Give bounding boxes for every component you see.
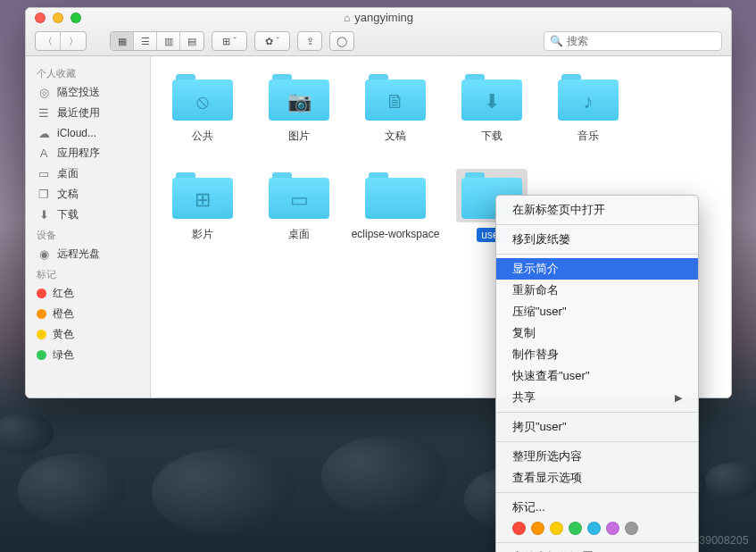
ctx-move-to-trash[interactable]: 移到废纸篓 — [496, 229, 698, 250]
folder-label: 公共 — [192, 130, 213, 142]
ctx-open-new-tab[interactable]: 在新标签页中打开 — [496, 199, 698, 221]
sidebar-item-label: iCloud... — [57, 127, 96, 139]
folder-label: 桌面 — [288, 228, 310, 240]
group-button[interactable]: ⊞ ˇ — [212, 32, 246, 50]
tags-button-seg: ◯ — [329, 31, 354, 51]
folder-item[interactable]: ⦸公共 — [154, 67, 251, 165]
share-button[interactable]: ⇪ — [298, 32, 321, 50]
action-button[interactable]: ✿ ˇ — [255, 32, 289, 50]
ctx-view-options[interactable]: 查看显示选项 — [496, 467, 698, 489]
ctx-tag-dot[interactable] — [531, 522, 544, 535]
gallery-view-button[interactable]: ▤ — [180, 32, 204, 50]
airdrop-icon: ◎ — [37, 86, 51, 100]
icloud-icon: ☁ — [37, 126, 51, 140]
sidebar-tag[interactable]: 绿色 — [26, 345, 150, 365]
sidebar-item-label: 黄色 — [53, 327, 74, 342]
sidebar-item-airdrop[interactable]: ◎隔空投送 — [26, 82, 150, 103]
sidebar-item-icloud[interactable]: ☁iCloud... — [26, 123, 150, 143]
sidebar-item-remote-disc[interactable]: ◉远程光盘 — [26, 244, 150, 264]
sidebar-item-label: 最近使用 — [57, 105, 100, 121]
folder-downloads-icon: ⬇ — [461, 74, 522, 121]
search-input[interactable] — [567, 35, 716, 47]
folder-public-icon: ⦸ — [172, 74, 233, 121]
tag-dot-icon — [37, 309, 46, 319]
sidebar-item-label: 下载 — [57, 207, 79, 222]
ctx-tag-row — [496, 518, 698, 539]
remote-disc-icon: ◉ — [37, 247, 51, 262]
folder-item[interactable]: ♪音乐 — [540, 67, 636, 165]
folder-item[interactable]: 🗎文稿 — [347, 67, 444, 165]
folder-item[interactable]: ⊞影片 — [154, 165, 251, 263]
folder-desktop-icon: ▭ — [269, 172, 329, 219]
applications-icon: A — [37, 146, 51, 161]
ctx-tag-dot[interactable] — [550, 522, 563, 535]
tag-dot-icon — [37, 289, 46, 298]
titlebar: ⌂ yangyiming 〈 〉 ▦ ☰ ▥ ▤ ⊞ ˇ ✿ ˇ — [26, 8, 731, 56]
close-button[interactable] — [35, 13, 46, 23]
minimize-button[interactable] — [53, 13, 63, 23]
back-button[interactable]: 〈 — [36, 32, 61, 50]
sidebar-item-downloads[interactable]: ⬇下载 — [26, 205, 150, 225]
folder-item[interactable]: ▭桌面 — [251, 165, 347, 263]
ctx-copy[interactable]: 拷贝"user" — [496, 416, 698, 438]
sidebar-item-documents[interactable]: ❐文稿 — [26, 184, 150, 205]
sidebar-item-applications[interactable]: A应用程序 — [26, 143, 150, 163]
folder-label: 文稿 — [385, 130, 406, 142]
ctx-make-alias[interactable]: 制作替身 — [496, 344, 698, 365]
sidebar-devices-header: 设备 — [26, 225, 150, 244]
ctx-duplicate[interactable]: 复制 — [496, 322, 698, 344]
ctx-share[interactable]: 共享▶ — [496, 387, 698, 408]
action-button-seg: ✿ ˇ — [254, 31, 290, 51]
ctx-tag-dot[interactable] — [569, 522, 582, 535]
sidebar-item-label: 红色 — [53, 286, 74, 301]
sidebar-item-label: 橙色 — [53, 306, 74, 322]
sidebar: 个人收藏 ◎隔空投送☰最近使用☁iCloud...A应用程序▭桌面❐文稿⬇下载 … — [26, 56, 151, 397]
ctx-tag-dot[interactable] — [625, 522, 638, 535]
view-buttons: ▦ ☰ ▥ ▤ — [110, 31, 204, 51]
ctx-folder-actions[interactable]: 文件夹操作设置... — [496, 547, 698, 552]
nav-buttons: 〈 〉 — [35, 31, 87, 51]
tags-button[interactable]: ◯ — [330, 32, 353, 50]
folder-generic-icon — [365, 172, 426, 219]
folder-label: eclipse-workspace — [352, 228, 440, 240]
sidebar-tag[interactable]: 黄色 — [26, 324, 150, 345]
context-menu: 在新标签页中打开 移到废纸篓 显示简介 重新命名 压缩"user" 复制 制作替… — [495, 195, 699, 552]
sidebar-item-label: 远程光盘 — [57, 247, 100, 262]
folder-item[interactable]: ⬇下载 — [444, 67, 540, 165]
zoom-button[interactable] — [71, 13, 81, 23]
ctx-quick-look[interactable]: 快速查看"user" — [496, 365, 698, 387]
folder-music-icon: ♪ — [558, 74, 619, 121]
toolbar: 〈 〉 ▦ ☰ ▥ ▤ ⊞ ˇ ✿ ˇ ⇪ ◯ — [26, 28, 731, 55]
home-icon: ⌂ — [344, 12, 350, 24]
share-button-seg: ⇪ — [297, 31, 322, 51]
icon-view-button[interactable]: ▦ — [111, 32, 134, 50]
ctx-get-info[interactable]: 显示简介 — [496, 258, 698, 280]
folder-item[interactable]: 📷图片 — [251, 67, 347, 165]
sidebar-tag[interactable]: 橙色 — [26, 304, 150, 324]
ctx-tag-dot[interactable] — [606, 522, 619, 535]
ctx-compress[interactable]: 压缩"user" — [496, 301, 698, 322]
forward-button[interactable]: 〉 — [61, 32, 86, 50]
window-title-text: yangyiming — [354, 11, 413, 24]
folder-pictures-icon: 📷 — [269, 74, 329, 121]
recents-icon: ☰ — [37, 106, 51, 121]
folder-item[interactable]: eclipse-workspace — [347, 165, 444, 263]
ctx-rename[interactable]: 重新命名 — [496, 280, 698, 301]
list-view-button[interactable]: ☰ — [134, 32, 157, 50]
window-title: ⌂ yangyiming — [81, 11, 676, 24]
tag-dot-icon — [37, 350, 46, 360]
sidebar-item-desktop[interactable]: ▭桌面 — [26, 163, 150, 184]
ctx-tags-label[interactable]: 标记... — [496, 497, 698, 518]
sidebar-item-label: 桌面 — [57, 166, 79, 181]
sidebar-tag[interactable]: 红色 — [26, 283, 150, 304]
ctx-tag-dot[interactable] — [512, 522, 526, 535]
folder-label: 下载 — [481, 130, 503, 142]
traffic-lights — [26, 13, 81, 23]
folder-movies-icon: ⊞ — [172, 172, 233, 219]
ctx-clean-up[interactable]: 整理所选内容 — [496, 446, 698, 467]
sidebar-item-recents[interactable]: ☰最近使用 — [26, 103, 150, 123]
column-view-button[interactable]: ▥ — [157, 32, 180, 50]
ctx-tag-dot[interactable] — [587, 522, 601, 535]
search-icon: 🔍 — [550, 35, 563, 47]
search-field[interactable]: 🔍 — [544, 31, 722, 51]
